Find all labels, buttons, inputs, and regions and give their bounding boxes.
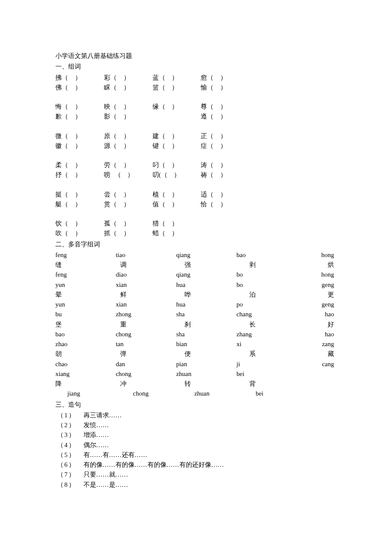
paren: （ ） <box>159 133 181 139</box>
cell: 植（ ） <box>153 190 199 199</box>
char: 尊 <box>201 103 207 110</box>
section-1-heading: 一、组词 <box>55 62 337 72</box>
hanzi: 冲 <box>108 379 173 389</box>
char: 叨( <box>153 171 161 178</box>
poly-row: chao dan pian ji cang <box>55 359 337 369</box>
cell: 彩（ ） <box>104 73 151 83</box>
page-title: 小学语文第八册基础练习题 <box>55 51 337 61</box>
char: 蓝 <box>153 74 159 81</box>
pinyin: hao <box>297 309 337 319</box>
char: 吹 <box>55 230 62 237</box>
pinyin: hao <box>297 330 337 339</box>
hanzi <box>302 379 337 389</box>
paren: （ ） <box>62 162 84 168</box>
paren: （ ） <box>62 142 84 149</box>
hanzi: 转 <box>173 379 237 389</box>
hanzi: 长 <box>237 320 302 330</box>
cell: 映（ ） <box>104 102 151 112</box>
paren: （ ） <box>62 74 84 81</box>
poly-row: feng diao qiang bo hong <box>55 270 337 280</box>
cell: 键（ ） <box>153 141 199 151</box>
g1-row: 悔（ ） 映（ ） 缘（ ） 尊（ ） <box>55 102 337 112</box>
cell: 挺（ ） <box>55 190 102 199</box>
sent-text: 再三请求…… <box>84 410 122 420</box>
poly-table: feng tiao qiang bao hong 缝 调 强 剥 烘 feng … <box>55 250 337 399</box>
cell: 歉（ ） <box>55 112 102 121</box>
poly-row: xiang chong zhuan bei <box>55 369 337 379</box>
g1-row: 饮（ ） 孤（ ） 猎（ ） <box>55 219 337 228</box>
paren: （ ） <box>207 113 229 120</box>
g1-row: 挺（ ） 尝（ ） 植（ ） 适（ ） <box>55 190 337 199</box>
char: 值 <box>153 201 159 208</box>
hanzi: 鲜 <box>108 290 173 300</box>
paren: （ ） <box>161 171 183 178</box>
char: 愉 <box>201 84 207 91</box>
cell: 祷（ ） <box>201 170 248 180</box>
paren: （ ） <box>62 133 84 139</box>
hanzi: 弹 <box>108 349 173 359</box>
pinyin: qiang <box>176 270 236 280</box>
cell: 原（ ） <box>104 131 151 141</box>
pinyin: bei <box>236 369 297 379</box>
sentence-item: （1）再三请求…… <box>55 410 337 420</box>
char: 遵 <box>201 113 207 120</box>
char: 植 <box>153 191 159 198</box>
pinyin: zhuan <box>182 389 243 399</box>
paren: （ ） <box>110 230 133 237</box>
char: 恰 <box>201 201 207 208</box>
pinyin: chong <box>116 369 176 379</box>
pinyin: chang <box>236 309 297 319</box>
pinyin: hong <box>297 250 337 260</box>
paren: （ ） <box>110 74 133 81</box>
pinyin: zhao <box>55 339 116 349</box>
paren: （ ） <box>207 103 229 110</box>
sent-num: （4） <box>57 440 76 450</box>
cell <box>153 112 199 121</box>
hanzi: 强 <box>173 260 237 270</box>
pinyin: hua <box>176 300 236 309</box>
char: 挺 <box>55 191 62 198</box>
pinyin: yun <box>55 300 116 309</box>
hanzi: 刹 <box>173 320 237 330</box>
hanzi: 便 <box>173 349 237 359</box>
cell: 缘（ ） <box>153 102 199 112</box>
char: 悔 <box>55 103 62 110</box>
g1-row: 吹（ ） 抓（ ） 蜡（ ） <box>55 228 337 238</box>
pinyin: zhang <box>236 330 297 339</box>
char: 映 <box>104 103 110 110</box>
char: 篮 <box>153 84 159 91</box>
cell: 尝（ ） <box>104 190 151 199</box>
cell: 赏（ ） <box>104 199 151 209</box>
sentence-item: （2）发愤…… <box>55 420 337 430</box>
pinyin: cang <box>297 359 337 369</box>
g1-row: 歉（ ） 影（ ） 遵（ ） <box>55 112 337 121</box>
cell: 劳（ ） <box>104 160 151 170</box>
cell: 拂（ ） <box>55 73 102 83</box>
poly-row: yun xian hua bo geng <box>55 280 337 290</box>
pinyin: bo <box>236 270 297 280</box>
pinyin: sha <box>176 309 236 319</box>
cell: 柔（ ） <box>55 160 102 170</box>
paren: （ ） <box>110 113 133 120</box>
char: 唠 <box>104 171 110 178</box>
char: 影 <box>104 113 110 120</box>
char: 微 <box>55 133 62 139</box>
sentence-item: （4）偶尔…… <box>55 440 337 450</box>
hanzi: 烘 <box>302 260 337 270</box>
char: 适 <box>201 191 207 198</box>
g1-row: 拂（ ） 彩（ ） 蓝（ ） 愈（ ） <box>55 73 337 83</box>
hanzi: 重 <box>108 320 173 330</box>
sent-num: （1） <box>57 410 76 420</box>
char: 艇 <box>55 201 62 208</box>
pinyin: hua <box>176 280 236 290</box>
paren: （ ） <box>159 84 181 91</box>
hanzi: 朝 <box>55 349 108 359</box>
sent-num: （8） <box>57 480 76 490</box>
pinyin: geng <box>297 300 337 309</box>
hanzi: 降 <box>55 379 108 389</box>
sentences-list: （1）再三请求…… （2）发愤…… （3）增添…… （4）偶尔…… （5）有……… <box>55 410 337 490</box>
char: 劳 <box>104 162 110 168</box>
paren: （ ） <box>62 230 84 237</box>
poly-row: 朝 弹 便 系 藏 <box>55 349 337 359</box>
hanzi: 调 <box>108 260 173 270</box>
